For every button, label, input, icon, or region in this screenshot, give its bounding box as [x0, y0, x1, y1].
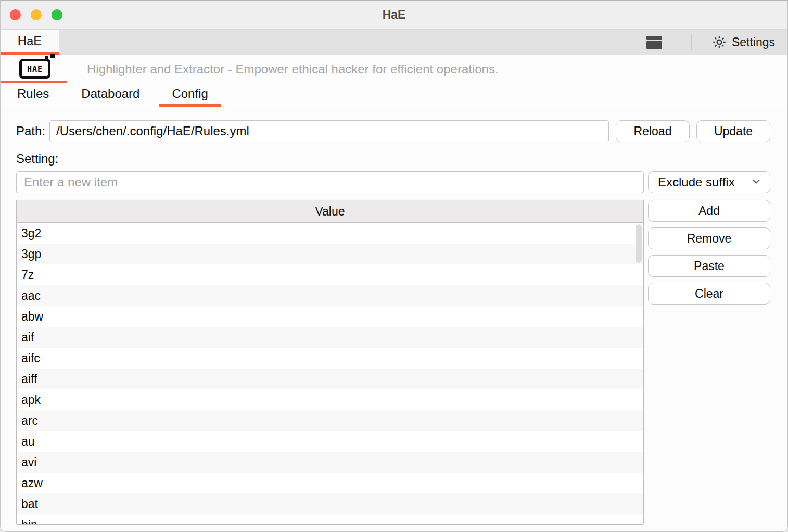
- category-select[interactable]: Exclude suffix: [648, 171, 770, 193]
- value-column-header[interactable]: Value: [17, 200, 643, 223]
- tab-rules[interactable]: Rules: [5, 83, 61, 107]
- tab-databoard[interactable]: Databoard: [69, 83, 152, 107]
- table-row[interactable]: au: [17, 431, 643, 452]
- chevron-down-icon: [751, 175, 761, 189]
- titlebar: HaE: [1, 1, 787, 30]
- action-buttons: Add Remove Paste Clear: [648, 200, 770, 310]
- setting-main-row: Value 3g23gp7zaacabwaifaifcaiffapkarcaua…: [16, 200, 770, 525]
- gear-icon: [711, 34, 727, 50]
- paste-button[interactable]: Paste: [648, 255, 770, 277]
- path-row: Path: Reload Update: [16, 120, 770, 142]
- window-title: HaE: [1, 8, 787, 22]
- reload-button[interactable]: Reload: [616, 120, 690, 142]
- settings-button[interactable]: Settings: [711, 34, 775, 50]
- table-row[interactable]: 7z: [17, 264, 643, 285]
- table-row[interactable]: azw: [17, 473, 643, 493]
- table-row[interactable]: avi: [17, 452, 643, 473]
- settings-label: Settings: [732, 35, 775, 49]
- value-table-body: 3g23gp7zaacabwaifaifcaiffapkarcauaviazwb…: [17, 223, 643, 525]
- table-row[interactable]: bin: [17, 514, 643, 525]
- table-row[interactable]: bat: [17, 493, 643, 514]
- value-table: Value 3g23gp7zaacabwaifaifcaiffapkarcaua…: [16, 200, 644, 525]
- table-row[interactable]: aif: [17, 327, 643, 348]
- hae-logo-text: HAE: [27, 65, 43, 74]
- table-row[interactable]: 3gp: [17, 244, 643, 264]
- table-row[interactable]: aac: [17, 285, 643, 306]
- table-row[interactable]: aifc: [17, 348, 643, 369]
- tagline: Highlighter and Extractor - Empower ethi…: [87, 62, 499, 77]
- banner: HAE Highlighter and Extractor - Empower …: [1, 55, 787, 83]
- section-tabs: Rules Databoard Config: [1, 83, 787, 107]
- tab-config[interactable]: Config: [159, 83, 220, 107]
- table-row[interactable]: arc: [17, 410, 643, 431]
- vertical-scrollbar-thumb[interactable]: [636, 224, 642, 263]
- remove-button[interactable]: Remove: [648, 227, 770, 249]
- banner-accent-underline: [1, 81, 67, 83]
- path-input[interactable]: [49, 120, 609, 142]
- new-item-row: Exclude suffix: [16, 171, 770, 193]
- table-row[interactable]: 3g2: [17, 223, 643, 244]
- logo-pixel-decoration: [50, 54, 55, 58]
- table-row[interactable]: abw: [17, 306, 643, 327]
- update-button[interactable]: Update: [696, 120, 770, 142]
- strip-right-controls: Settings: [646, 30, 787, 55]
- table-row[interactable]: apk: [17, 389, 643, 410]
- path-label: Path:: [16, 124, 45, 138]
- plugin-tab-strip: HaE Settings: [1, 30, 787, 55]
- clear-button[interactable]: Clear: [648, 283, 770, 305]
- layout-panel-icon[interactable]: [646, 36, 662, 49]
- divider: [691, 34, 692, 50]
- table-row[interactable]: aiff: [17, 369, 643, 389]
- setting-label: Setting:: [16, 151, 770, 166]
- logo-pixel-decoration: [45, 56, 48, 59]
- hae-logo: HAE: [19, 59, 53, 80]
- tab-hae[interactable]: HaE: [1, 30, 59, 55]
- hae-window: HaE HaE Settings HAE: [0, 0, 788, 532]
- add-button[interactable]: Add: [648, 200, 770, 222]
- config-panel: Path: Reload Update Setting: Exclude suf…: [1, 107, 787, 531]
- new-item-input[interactable]: [16, 171, 644, 193]
- category-select-value: Exclude suffix: [658, 175, 735, 189]
